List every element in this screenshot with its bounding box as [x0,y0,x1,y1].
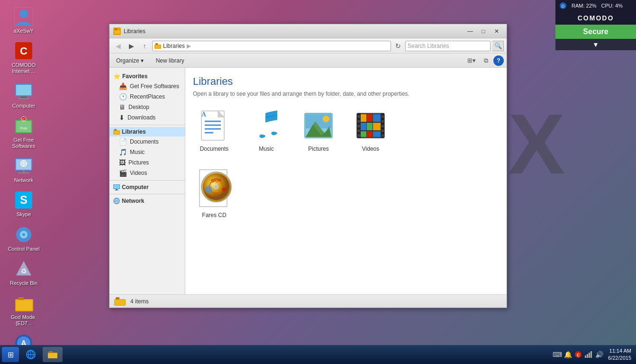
sidebar-item-downloads[interactable]: ⬇ Downloads [109,112,185,123]
comodo-secure[interactable]: Secure [555,25,636,39]
organize-menu[interactable]: Organize ▾ [112,56,147,65]
sidebar-item-get-free-softwares[interactable]: 📥 Get Free Softwares [109,81,185,91]
svg-rect-37 [115,28,117,30]
new-library-button[interactable]: New library [152,56,188,65]
tray-volume-icon[interactable]: 🔊 [595,350,603,359]
sidebar-favorites-header[interactable]: ⭐ Favorites [109,72,185,81]
up-button[interactable]: ↑ [139,40,150,52]
sidebar-item-pictures[interactable]: 🖼 Pictures [109,157,185,168]
desktop-icons-container: aXeSwY C COMODO Internet ... Computer [0,0,47,364]
desktop-sidebar-icon: 🖥 [119,103,126,111]
tray-network-tray-icon[interactable] [584,350,593,359]
start-button[interactable]: ⊞ [2,347,19,362]
address-bar[interactable]: Libraries ▶ [152,41,391,51]
library-item-documents[interactable]: A Documents [193,107,236,155]
tray-keyboard-icon[interactable]: ⌨ [553,350,562,359]
maximize-button[interactable]: □ [477,27,490,36]
desktop-icon-network[interactable]: Network [5,154,43,186]
view-change-button[interactable]: ⊞▾ [465,55,478,66]
svg-rect-69 [357,115,360,118]
svg-rect-106 [48,353,57,358]
sidebar-item-desktop[interactable]: 🖥 Desktop [109,102,185,112]
svg-text:Free: Free [20,127,27,130]
god-mode-icon [14,293,33,312]
desktop-icon-network-label: Network [14,177,33,183]
sidebar-divider-2 [109,180,185,181]
svg-rect-7 [18,98,29,99]
desktop-icon-skype[interactable]: S Skype [5,188,43,220]
sidebar-item-documents[interactable]: 📄 Documents [109,136,185,147]
videos-sidebar-label: Videos [130,170,147,176]
comodo-dragon-icon: D [559,2,567,9]
ie-icon [26,349,36,360]
music-label: Music [259,146,273,152]
desktop: CRUX aXeSwY C COMODO Internet ... [0,0,636,364]
sidebar-item-videos[interactable]: 🎬 Videos [109,168,185,178]
taskbar-file-explorer-button[interactable] [43,347,63,362]
svg-rect-88 [373,131,381,137]
desktop-icon-computer[interactable]: Computer [5,80,43,111]
svg-rect-48 [115,190,118,191]
sidebar-item-recent-places[interactable]: 🕐 RecentPlaces [109,91,185,102]
preview-pane-button[interactable]: ⧉ [479,55,492,66]
desktop-icon-axeswv-label: aXeSwY [14,28,34,34]
desktop-icon-control-panel[interactable]: Control Panel [5,223,43,255]
taskbar-ie-button[interactable] [21,347,41,362]
sidebar-divider-1 [109,125,185,125]
desktop-icon-comodo-label: COMODO Internet ... [7,62,40,74]
title-bar: Libraries — □ ✕ [109,24,507,38]
svg-rect-81 [367,114,373,122]
comodo-stats: D RAM: 22% CPU: 4% [559,2,623,9]
desktop-icon-god-mode[interactable]: God Mode.{ED7... [5,291,43,329]
svg-rect-30 [16,300,32,310]
svg-rect-46 [114,185,119,189]
desktop-icon-comodo[interactable]: C COMODO Internet ... [5,39,43,77]
content-title: Libraries [193,75,499,88]
desktop-icon-axeswv[interactable]: aXeSwY [5,5,43,36]
desktop-sidebar-label: Desktop [128,104,149,110]
organize-arrow: ▾ [141,57,144,64]
status-folder-icon [114,297,126,306]
back-button[interactable]: ◀ [112,40,124,52]
library-item-music[interactable]: Music [245,107,288,155]
documents-sidebar-icon: 📄 [119,138,127,146]
main-area: ⭐ Favorites 📥 Get Free Softwares 🕐 Recen… [109,68,507,294]
svg-rect-78 [382,129,384,132]
sidebar-libraries-header[interactable]: Libraries [109,127,185,136]
svg-rect-5 [16,85,31,95]
library-item-videos[interactable]: Videos [349,107,392,155]
status-item-count: 4 items [130,298,149,305]
sidebar-libraries-section: Libraries 📄 Documents 🎵 Music 🖼 Pictures [109,127,185,178]
close-button[interactable]: ✕ [491,27,503,36]
desktop-icon-get-free[interactable]: C Free Get Free Softwares [5,114,43,152]
svg-rect-82 [373,114,381,122]
help-button[interactable]: ? [493,55,504,66]
svg-point-25 [22,233,25,236]
search-bar[interactable]: Search Libraries [405,41,491,51]
sidebar-item-music[interactable]: 🎵 Music [109,147,185,157]
forward-button[interactable]: ▶ [126,40,137,52]
library-item-pictures[interactable]: Pictures [297,107,340,155]
fares-cd-container[interactable]: فارس CD [193,169,236,218]
downloads-label: Downloads [127,114,155,121]
comodo-expand-button[interactable]: ▼ [555,39,636,50]
svg-rect-40 [155,43,158,45]
documents-label: Documents [200,146,229,152]
svg-rect-84 [367,123,373,130]
downloads-icon: ⬇ [119,114,125,121]
minimize-button[interactable]: — [464,27,476,36]
desktop-icon-recycle-bin[interactable]: ♻ Recycle Bin [5,257,43,289]
videos-label: Videos [362,146,379,152]
refresh-button[interactable]: ↻ [393,41,403,51]
sidebar-divider-3 [109,194,185,194]
sidebar-computer-item[interactable]: Computer [109,182,185,192]
taskbar-clock[interactable]: 11:14 AM 6/22/2015 [608,347,634,362]
tray-comodo-tray-icon[interactable]: C [574,350,582,359]
sidebar-network-item[interactable]: Network [109,196,185,206]
svg-rect-71 [357,125,360,127]
get-free-softwares-sidebar-label: Get Free Softwares [130,83,179,90]
tray-notification-icon[interactable]: 🔔 [563,350,572,359]
search-button[interactable]: 🔍 [492,41,504,51]
comodo-header: D RAM: 22% CPU: 4% [555,0,636,11]
cpu-stat: CPU: 4% [601,3,623,9]
